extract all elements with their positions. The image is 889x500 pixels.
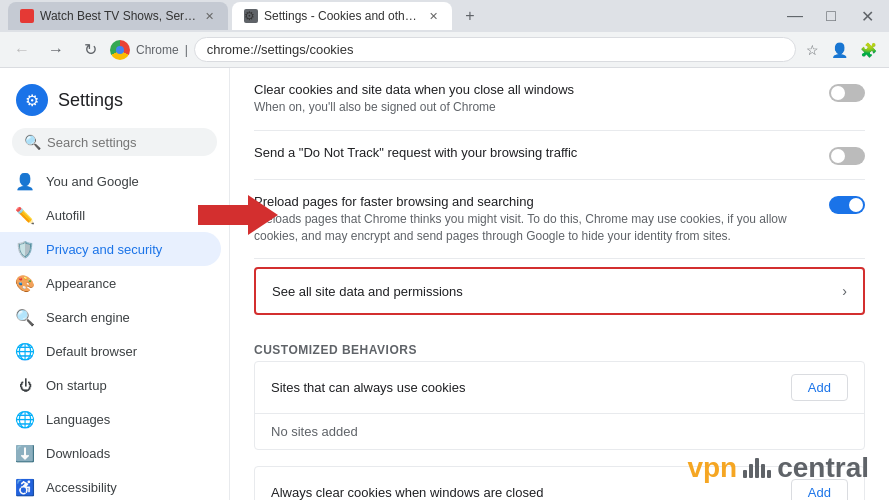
tab-2-label: Settings - Cookies and other si... (264, 9, 421, 23)
bars-icon (743, 458, 771, 478)
sidebar-item-label: On startup (46, 378, 107, 393)
red-arrow-container (198, 195, 278, 238)
setting-title: Send a "Do Not Track" request with your … (254, 145, 813, 160)
sidebar-item-label: Search engine (46, 310, 130, 325)
cookie-block-always-use: Sites that can always use cookies Add No… (254, 361, 865, 450)
window-controls: — □ ✕ (781, 2, 881, 30)
address-bar-icons: ☆ 👤 🧩 (802, 38, 881, 62)
sidebar-item-label: Privacy and security (46, 242, 162, 257)
tab-1-close[interactable]: ✕ (203, 8, 216, 25)
profile-icon[interactable]: 👤 (827, 38, 852, 62)
sidebar-item-on-startup[interactable]: ⏻ On startup (0, 368, 221, 402)
tab-2-close[interactable]: ✕ (427, 8, 440, 25)
sidebar-item-appearance[interactable]: 🎨 Appearance (0, 266, 221, 300)
sidebar-item-label: Accessibility (46, 480, 117, 495)
privacy-icon: 🛡️ (16, 240, 34, 258)
search-icon: 🔍 (24, 134, 41, 150)
tab-1-label: Watch Best TV Shows, Serials, S... (40, 9, 197, 23)
setting-title: Preload pages for faster browsing and se… (254, 194, 813, 209)
central-text: central (777, 452, 869, 484)
vpn-text: vpn (687, 452, 737, 484)
sidebar: ⚙ Settings 🔍 👤 You and Google ✏️ Autofil… (0, 68, 230, 500)
cookie-block-header: Sites that can always use cookies Add (255, 362, 864, 414)
customized-title: Customized behaviors (254, 331, 865, 361)
tab-2-favicon: ⚙ (244, 9, 258, 23)
settings-title: Settings (58, 90, 123, 111)
setting-row-preload: Preload pages for faster browsing and se… (254, 180, 865, 260)
bookmark-icon[interactable]: ☆ (802, 38, 823, 62)
see-all-label: See all site data and permissions (272, 284, 463, 299)
extension-icon[interactable]: 🧩 (856, 38, 881, 62)
see-all-site-data-row[interactable]: See all site data and permissions › (254, 267, 865, 315)
main-content: Clear cookies and site data when you clo… (230, 68, 889, 500)
close-button[interactable]: ✕ (853, 2, 881, 30)
cookie-section-title: Always clear cookies when windows are cl… (271, 485, 543, 500)
refresh-button[interactable]: ↻ (76, 36, 104, 64)
red-arrow-icon (198, 195, 278, 235)
settings-logo: ⚙ (16, 84, 48, 116)
toggle-do-not-track[interactable] (829, 147, 865, 165)
cookie-empty-label: No sites added (255, 414, 864, 449)
address-input[interactable] (194, 37, 796, 62)
setting-desc: When on, you'll also be signed out of Ch… (254, 99, 813, 116)
sidebar-search[interactable]: 🔍 (12, 128, 217, 156)
sidebar-item-label: You and Google (46, 174, 139, 189)
search-input[interactable] (47, 135, 215, 150)
back-button[interactable]: ← (8, 36, 36, 64)
chrome-logo (110, 40, 130, 60)
setting-desc: Preloads pages that Chrome thinks you mi… (254, 211, 813, 245)
chrome-label: Chrome (136, 43, 179, 57)
sidebar-item-accessibility[interactable]: ♿ Accessibility (0, 470, 221, 500)
setting-row-do-not-track: Send a "Do Not Track" request with your … (254, 131, 865, 180)
sidebar-item-default-browser[interactable]: 🌐 Default browser (0, 334, 221, 368)
sidebar-header: ⚙ Settings (0, 76, 229, 128)
toggle-preload[interactable] (829, 196, 865, 214)
sidebar-item-label: Appearance (46, 276, 116, 291)
content-area: ⚙ Settings 🔍 👤 You and Google ✏️ Autofil… (0, 68, 889, 500)
appearance-icon: 🎨 (16, 274, 34, 292)
sidebar-item-label: Languages (46, 412, 110, 427)
languages-icon: 🌐 (16, 410, 34, 428)
tab-1[interactable]: Watch Best TV Shows, Serials, S... ✕ (8, 2, 228, 30)
on-startup-icon: ⏻ (16, 376, 34, 394)
minimize-button[interactable]: — (781, 2, 809, 30)
setting-text: Clear cookies and site data when you clo… (254, 82, 813, 116)
search-engine-icon: 🔍 (16, 308, 34, 326)
sidebar-item-you-google[interactable]: 👤 You and Google (0, 164, 221, 198)
autofill-icon: ✏️ (16, 206, 34, 224)
setting-text: Send a "Do Not Track" request with your … (254, 145, 813, 162)
add-button-always-use[interactable]: Add (791, 374, 848, 401)
forward-button[interactable]: → (42, 36, 70, 64)
sidebar-item-privacy-security[interactable]: 🛡️ Privacy and security (0, 232, 221, 266)
sidebar-item-label: Default browser (46, 344, 137, 359)
setting-row-clear-cookies: Clear cookies and site data when you clo… (254, 68, 865, 131)
downloads-icon: ⬇️ (16, 444, 34, 462)
accessibility-icon: ♿ (16, 478, 34, 496)
settings-section: Clear cookies and site data when you clo… (230, 68, 889, 323)
tab-2[interactable]: ⚙ Settings - Cookies and other si... ✕ (232, 2, 452, 30)
sidebar-item-label: Autofill (46, 208, 85, 223)
sidebar-item-label: Downloads (46, 446, 110, 461)
svg-marker-0 (198, 195, 278, 235)
title-bar: Watch Best TV Shows, Serials, S... ✕ ⚙ S… (0, 0, 889, 32)
tab-1-favicon (20, 9, 34, 23)
maximize-button[interactable]: □ (817, 2, 845, 30)
you-google-icon: 👤 (16, 172, 34, 190)
setting-text: Preload pages for faster browsing and se… (254, 194, 813, 245)
watermark: vpn central (687, 452, 869, 484)
address-bar: ← → ↻ Chrome | ☆ 👤 🧩 (0, 32, 889, 68)
chevron-right-icon: › (842, 283, 847, 299)
default-browser-icon: 🌐 (16, 342, 34, 360)
sidebar-item-autofill[interactable]: ✏️ Autofill (0, 198, 221, 232)
setting-title: Clear cookies and site data when you clo… (254, 82, 813, 97)
sidebar-item-search-engine[interactable]: 🔍 Search engine (0, 300, 221, 334)
sidebar-item-downloads[interactable]: ⬇️ Downloads (0, 436, 221, 470)
toggle-clear-cookies[interactable] (829, 84, 865, 102)
sidebar-item-languages[interactable]: 🌐 Languages (0, 402, 221, 436)
new-tab-button[interactable]: + (456, 2, 484, 30)
cookie-section-title: Sites that can always use cookies (271, 380, 465, 395)
